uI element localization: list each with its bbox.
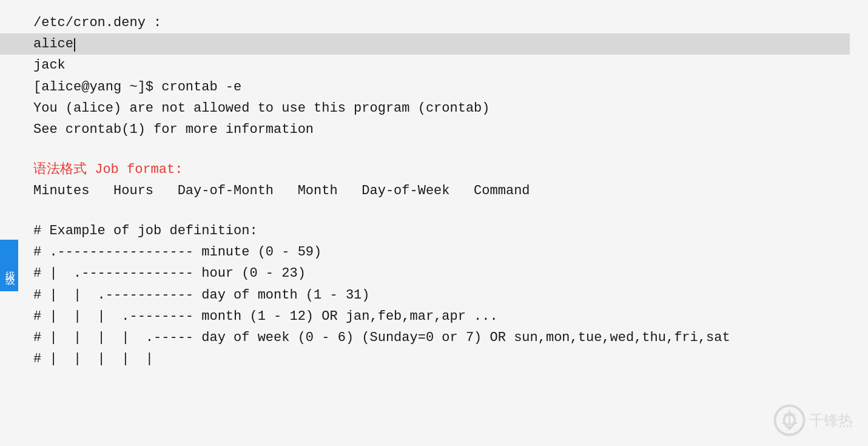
watermark: 千锋热 <box>773 404 853 437</box>
line-hour-def: # .----------------- minute (0 - 59) <box>33 242 850 263</box>
line-pipes: # | | | | .----- day of week (0 - 6) (Su… <box>33 327 850 348</box>
line-see-crontab: See crontab(1) for more information <box>33 119 850 140</box>
watermark-text: 千锋热 <box>809 411 853 430</box>
empty-line-2 <box>33 201 850 220</box>
line-cron-deny: /etc/cron.deny : <box>33 12 850 33</box>
terminal-content: /etc/cron.deny : alice jack [alice@yang … <box>0 0 868 446</box>
line-dow-def: # | | | .-------- month (1 - 12) OR jan,… <box>33 306 850 327</box>
line-job-format-label: 语法格式 Job format: <box>33 159 850 180</box>
line-dom-def: # | .-------------- hour (0 - 23) <box>33 263 850 284</box>
watermark-logo <box>773 404 806 437</box>
line-command-def: # | | | | | <box>33 348 850 370</box>
line-minute-def: # Example of job definition: <box>33 220 850 242</box>
line-crontab-cmd: [alice@yang ~]$ crontab -e <box>33 76 850 98</box>
text-cursor <box>74 38 75 52</box>
empty-line-1 <box>33 140 850 159</box>
line-month-def: # | | .----------- day of month (1 - 31) <box>33 285 850 306</box>
line-job-format-headers: Minutes Hours Day-of-Month Month Day-of-… <box>33 180 850 201</box>
sidebar-indicator: 级 级 <box>0 240 18 291</box>
line-jack: jack <box>33 55 850 76</box>
line-not-allowed: You (alice) are not allowed to use this … <box>33 98 850 119</box>
line-alice: alice <box>0 33 850 55</box>
